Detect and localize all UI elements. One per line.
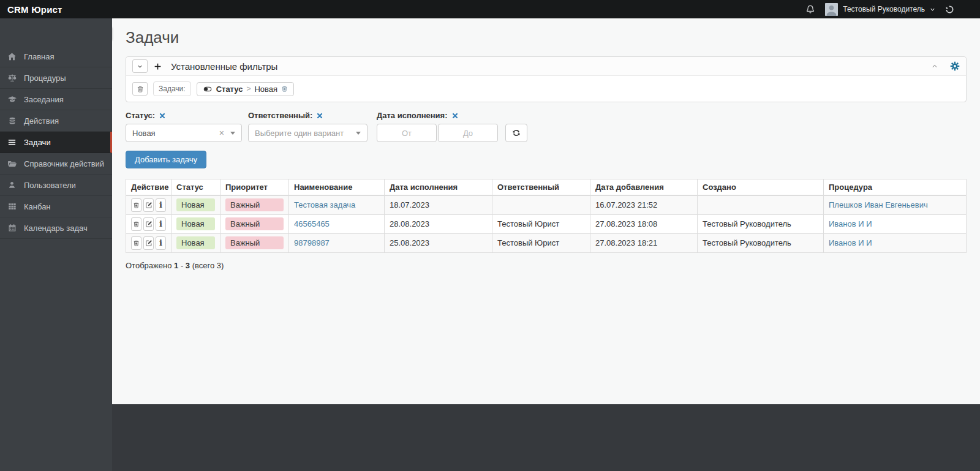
table-header-row: Действие Статус Приоритет Наименование Д…: [126, 179, 967, 195]
responsible-select[interactable]: Выберите один вариант: [248, 124, 368, 142]
status-clear-x-icon[interactable]: [159, 113, 165, 119]
header-status: Статус: [172, 179, 221, 195]
info-icon: i: [159, 239, 162, 247]
info-task-button[interactable]: i: [156, 236, 166, 250]
status-badge: Новая: [176, 198, 215, 211]
sidebar-item-label: Календарь задач: [24, 224, 88, 233]
remove-filter-trash-icon[interactable]: [281, 85, 288, 92]
procedure-link[interactable]: Плешков Иван Евгеньевич: [829, 200, 928, 209]
due-date-clear-x-icon[interactable]: [452, 113, 458, 119]
app-brand[interactable]: CRM Юрист: [7, 4, 62, 15]
sidebar-item-users[interactable]: Пользователи: [0, 175, 112, 196]
sidebar-item-label: Главная: [24, 52, 54, 61]
delete-task-button[interactable]: [131, 198, 141, 212]
entity-filter-label: Задачи:: [153, 81, 191, 96]
add-task-button[interactable]: Добавить задачу: [126, 151, 206, 168]
sidebar-item-actions[interactable]: Действия: [0, 110, 112, 132]
table-row: i Новая Важный 98798987 25.08.2023 Тесто…: [126, 233, 967, 252]
status-select-clear-icon[interactable]: ×: [219, 129, 224, 137]
refresh-button[interactable]: [505, 124, 527, 142]
priority-cell: Важный: [221, 214, 289, 233]
status-cell: Новая: [172, 195, 221, 215]
sidebar-item-meetings[interactable]: Заседания: [0, 89, 112, 110]
calendar-icon: [7, 224, 17, 232]
sidebar-item-action-directory[interactable]: Справочник действий: [0, 153, 112, 175]
user-menu[interactable]: Тестовый Руководитель: [825, 3, 935, 16]
action-cell: i: [126, 233, 172, 252]
clear-filters-button[interactable]: [132, 82, 148, 96]
sidebar-item-label: Справочник действий: [24, 159, 104, 168]
status-filter-group: Статус: Новая ×: [126, 111, 242, 142]
priority-cell: Важный: [221, 195, 289, 215]
results-summary: Отображено 1 - 3 (всего 3): [126, 261, 967, 270]
toggle-icon: [203, 85, 213, 93]
results-total: (всего 3): [192, 261, 224, 270]
sidebar-item-label: Процедуры: [24, 73, 66, 83]
sidebar-item-label: Задачи: [24, 138, 51, 147]
delete-task-button[interactable]: [131, 217, 141, 231]
sidebar: Главная Процедуры Заседания Действия Зад…: [0, 18, 112, 471]
status-cell: Новая: [172, 233, 221, 252]
added-date-cell: 16.07.2023 21:52: [590, 195, 698, 215]
edit-task-button[interactable]: [143, 236, 154, 250]
filter-controls-row: Статус: Новая × Ответственный: Выберите: [126, 111, 967, 142]
priority-badge: Важный: [225, 236, 284, 249]
edit-task-button[interactable]: [143, 198, 154, 212]
bars-icon: [7, 138, 17, 147]
status-badge: Новая: [176, 217, 215, 230]
procedure-link[interactable]: Иванов И И: [829, 219, 872, 228]
applied-filter-field: Статус: [216, 85, 243, 94]
applied-filter-pill[interactable]: Статус > Новая: [197, 82, 294, 96]
procedure-cell: Иванов И И: [824, 214, 967, 233]
sidebar-item-label: Действия: [24, 116, 59, 126]
caret-down-icon: [356, 132, 361, 135]
responsible-clear-x-icon[interactable]: [317, 113, 323, 119]
status-select-value: Новая: [132, 129, 156, 138]
priority-badge: Важный: [225, 198, 284, 211]
responsible-filter-label-text: Ответственный:: [248, 111, 312, 120]
date-from-input[interactable]: [377, 124, 437, 142]
tasks-table: Действие Статус Приоритет Наименование Д…: [126, 179, 967, 253]
created-by-cell: [698, 195, 824, 215]
bell-icon[interactable]: [805, 4, 815, 14]
avatar: [825, 3, 838, 16]
sidebar-item-label: Пользователи: [24, 181, 76, 190]
add-filter-button[interactable]: [154, 62, 165, 70]
history-icon[interactable]: [945, 5, 954, 14]
sidebar-item-home[interactable]: Главная: [0, 46, 112, 67]
responsible-cell: [492, 195, 590, 215]
collapse-panel-icon[interactable]: [930, 63, 939, 69]
task-link[interactable]: 46565465: [294, 219, 330, 228]
gear-icon[interactable]: [950, 61, 960, 71]
due-date-inputs: [377, 124, 527, 142]
date-to-input[interactable]: [438, 124, 498, 142]
scales-icon: [7, 73, 17, 83]
home-icon: [7, 52, 17, 61]
priority-cell: Важный: [221, 233, 289, 252]
sidebar-item-kanban[interactable]: Канбан: [0, 196, 112, 217]
responsible-filter-label: Ответственный:: [248, 111, 368, 120]
table-row: i Новая Важный 46565465 28.08.2023 Тесто…: [126, 214, 967, 233]
due-date-cell: 18.07.2023: [385, 195, 492, 215]
responsible-select-placeholder: Выберите один вариант: [255, 129, 344, 138]
delete-task-button[interactable]: [131, 236, 141, 250]
edit-task-button[interactable]: [143, 217, 154, 231]
action-cell: i: [126, 195, 172, 215]
applied-filter-value: Новая: [254, 85, 277, 94]
procedure-link[interactable]: Иванов И И: [829, 238, 872, 247]
info-task-button[interactable]: i: [156, 198, 166, 212]
sidebar-item-tasks[interactable]: Задачи: [0, 132, 112, 153]
due-date-filter-label: Дата исполнения:: [377, 111, 527, 120]
task-link[interactable]: Тестовая задача: [294, 200, 355, 209]
header-due-date: Дата исполнения: [385, 179, 492, 195]
topbar: CRM Юрист Тестовый Руководитель: [0, 0, 980, 18]
procedure-cell: Иванов И И: [824, 233, 967, 252]
status-select[interactable]: Новая ×: [126, 124, 242, 142]
info-icon: i: [159, 220, 162, 228]
task-link[interactable]: 98798987: [294, 238, 330, 247]
results-prefix: Отображено: [126, 261, 172, 270]
filters-dropdown-button[interactable]: [132, 59, 148, 73]
sidebar-item-procedures[interactable]: Процедуры: [0, 67, 112, 89]
sidebar-item-task-calendar[interactable]: Календарь задач: [0, 217, 112, 239]
info-task-button[interactable]: i: [156, 217, 166, 231]
